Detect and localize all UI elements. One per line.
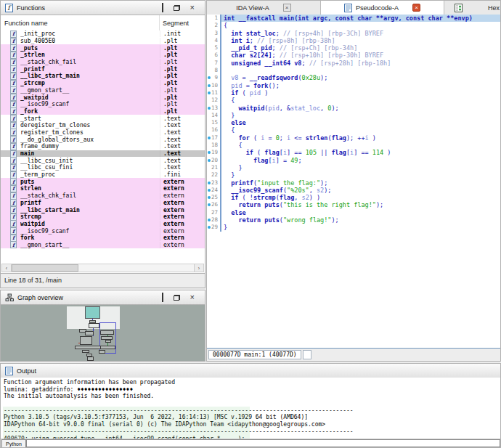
scrollbar-thumb[interactable] <box>12 264 78 272</box>
function-row[interactable]: f_puts.plt <box>1 44 205 52</box>
graph-minimap[interactable] <box>1 305 205 361</box>
function-row[interactable]: f__isoc99_scanfextern <box>1 227 205 235</box>
output-log[interactable]: Function argument information has been p… <box>1 378 500 439</box>
code-line[interactable]: 17 for ( i = 0; i <= strlen(flag); ++i ) <box>207 134 500 142</box>
python-cli-input[interactable] <box>26 439 500 447</box>
function-segment: .text <box>160 143 205 150</box>
function-row[interactable]: fforkextern <box>1 235 205 242</box>
function-row[interactable]: f__gmon_start__.plt <box>1 87 205 94</box>
code-line[interactable]: 26 return puts("this is the right flag!"… <box>207 201 500 208</box>
line-number: 9 <box>207 74 219 81</box>
function-icon: f <box>10 213 17 221</box>
function-row[interactable]: fsub_4005E0.plt <box>1 38 205 45</box>
code-line[interactable]: 11 if ( pid ) <box>207 89 500 97</box>
horizontal-scrollbar[interactable] <box>1 264 204 272</box>
code-line[interactable]: 15 else <box>207 119 500 126</box>
tab-hex-view-1[interactable]: Hex View-1 <box>444 1 500 15</box>
code-line[interactable]: 24 __isoc99_scanf("%20s", s2); <box>207 187 500 194</box>
function-name: __gmon_start__ <box>20 242 160 248</box>
float-icon[interactable] <box>174 295 180 301</box>
column-segment[interactable]: Segment <box>159 15 205 30</box>
code-line[interactable]: 27 else <box>207 209 500 216</box>
float-icon[interactable] <box>174 5 180 11</box>
function-row[interactable]: f__do_global_dtors_aux.text <box>1 136 205 143</box>
code-line[interactable]: 4 int i; // [rsp+8h] [rbp-38h] <box>207 37 500 44</box>
function-row[interactable]: f_term_proc.fini <box>1 171 205 179</box>
code-line[interactable]: 21 } <box>207 164 500 171</box>
pseudocode-view[interactable]: 1int __fastcall main(int argc, const cha… <box>207 15 500 348</box>
function-row[interactable]: f__stack_chk_failextern <box>1 192 205 200</box>
function-row[interactable]: fframe_dummy.text <box>1 143 205 150</box>
code-text: { <box>221 97 500 104</box>
function-row[interactable]: fderegister_tm_clones.text <box>1 122 205 129</box>
code-line[interactable]: 23 printf("input the flag:"); <box>207 179 500 187</box>
code-text: } <box>221 224 500 231</box>
code-line[interactable]: 12 { <box>207 97 500 104</box>
tab-ida-view-a[interactable]: IDA View-A× <box>207 1 321 15</box>
function-row[interactable]: f__libc_csu_fini.text <box>1 164 205 171</box>
function-row[interactable]: fstrlenextern <box>1 185 205 192</box>
code-line[interactable]: 19 if ( flag[i] == 105 || flag[i] == 114… <box>207 149 500 156</box>
function-segment: .plt <box>160 80 205 86</box>
function-row[interactable]: fputsextern <box>1 178 205 185</box>
function-segment: .text <box>160 158 205 164</box>
editor-status-bar: 0000077D main:1 (40077D) <box>207 348 500 361</box>
code-line[interactable]: 18 { <box>207 142 500 149</box>
code-line[interactable]: 2{ <box>207 22 500 29</box>
code-line[interactable]: 22 } <box>207 171 500 179</box>
scroll-left-icon[interactable] <box>2 264 12 272</box>
function-row[interactable]: f_strlen.plt <box>1 52 205 59</box>
maximize-icon[interactable] <box>162 4 163 12</box>
tab-pseudocode-a[interactable]: Pseudocode-A× <box>321 1 444 15</box>
graph-node <box>100 346 115 349</box>
function-row[interactable]: f__libc_start_main.plt <box>1 73 205 80</box>
function-row[interactable]: f_start.text <box>1 115 205 122</box>
function-segment: .plt <box>160 101 205 107</box>
code-text: } <box>221 171 500 179</box>
code-line[interactable]: 1int __fastcall main(int argc, const cha… <box>207 15 500 22</box>
function-row[interactable]: f__stack_chk_fail.plt <box>1 59 205 66</box>
function-row[interactable]: f__gmon_start__extern <box>1 242 205 249</box>
code-line[interactable]: 25 if ( !strcmp(flag, s2) ) <box>207 194 500 201</box>
function-row[interactable]: fmain.text <box>1 150 205 158</box>
code-line[interactable]: 6 char s2[24]; // [rsp+10h] [rbp-30h] BY… <box>207 52 500 59</box>
function-name: fork <box>20 235 160 241</box>
function-row[interactable]: f_fork.plt <box>1 108 205 115</box>
code-line[interactable]: 29} <box>207 224 500 231</box>
tab-close-icon[interactable]: × <box>412 4 420 12</box>
function-row[interactable]: fwaitpidextern <box>1 221 205 228</box>
close-icon[interactable]: × <box>190 4 195 11</box>
code-line[interactable]: 20 flag[i] = 49; <box>207 157 500 164</box>
function-row[interactable]: f__libc_csu_init.text <box>1 157 205 164</box>
maximize-icon[interactable] <box>162 294 163 301</box>
code-line[interactable]: 13 waitpid(pid, &stat_loc, 0); <box>207 105 500 112</box>
function-row[interactable]: fregister_tm_clones.text <box>1 129 205 137</box>
function-row[interactable]: f__libc_start_mainextern <box>1 206 205 213</box>
code-line[interactable]: 7 unsigned __int64 v8; // [rsp+28h] [rbp… <box>207 60 500 67</box>
code-line[interactable]: 10 pid = fork(); <box>207 82 500 89</box>
code-line[interactable]: 3 int stat_loc; // [rsp+4h] [rbp-3Ch] BY… <box>207 30 500 37</box>
function-row[interactable]: f__isoc99_scanf.plt <box>1 101 205 108</box>
code-line[interactable]: 14 } <box>207 112 500 119</box>
tab-close-icon[interactable]: × <box>283 4 291 12</box>
scroll-right-icon[interactable] <box>194 264 203 272</box>
code-line[interactable]: 5 __pid_t pid; // [rsp+Ch] [rbp-34h] <box>207 44 500 52</box>
function-row[interactable]: f_printf.plt <box>1 65 205 73</box>
code-text: v8 = __readfsqword(0x28u); <box>221 74 500 81</box>
function-row[interactable]: f_strcmp.plt <box>1 80 205 87</box>
line-number: 26 <box>207 201 219 208</box>
function-row[interactable]: f_init_proc.init <box>1 30 205 38</box>
close-icon[interactable]: × <box>190 294 195 301</box>
code-line[interactable]: 16 { <box>207 126 500 134</box>
cli-language-tab[interactable]: Python <box>1 439 26 447</box>
function-row[interactable]: fstrcmpextern <box>1 213 205 221</box>
code-line[interactable]: 9 v8 = __readfsqword(0x28u); <box>207 74 500 81</box>
code-line[interactable]: 8 <box>207 67 500 74</box>
output-line: ----------------------------------------… <box>4 407 500 415</box>
function-name: __do_global_dtors_aux <box>20 137 160 143</box>
column-function-name[interactable]: Function name <box>1 20 159 27</box>
code-line[interactable]: 28 return puts("wrong flag!"); <box>207 216 500 224</box>
function-row[interactable]: f_waitpid.plt <box>1 94 205 101</box>
function-row[interactable]: fprintfextern <box>1 200 205 207</box>
function-icon: f <box>10 52 17 59</box>
